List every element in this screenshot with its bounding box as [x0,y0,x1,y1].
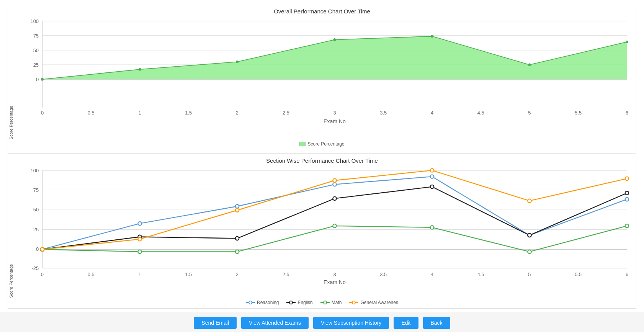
svg-point-49 [138,222,141,226]
svg-point-64 [235,250,239,254]
overall-chart-svg-wrapper: 100 75 50 25 0 [15,16,636,139]
svg-text:3: 3 [333,110,336,116]
svg-text:5.5: 5.5 [575,271,582,277]
svg-text:2.5: 2.5 [283,271,289,277]
section-chart-svg: 100 75 50 25 0 -25 [15,166,636,298]
overall-legend-label: Score Percentage [307,141,344,147]
general-legend-label: General Awarenes [360,300,398,305]
svg-point-74 [528,199,531,203]
svg-text:25: 25 [33,62,39,68]
svg-point-72 [333,179,336,183]
overall-chart-area: Score Percentage 100 [8,16,636,139]
svg-point-54 [625,198,629,201]
main-content: Overall Performance Chart Over Time Scor… [0,0,644,332]
svg-text:0: 0 [36,77,39,82]
svg-text:75: 75 [33,187,39,193]
svg-point-73 [430,168,434,172]
svg-text:1.5: 1.5 [185,271,192,277]
svg-text:Exam No: Exam No [324,118,346,124]
reasoning-legend-label: Reasoning [257,300,279,305]
svg-text:6: 6 [626,110,628,116]
section-legend-reasoning: Reasoning [246,300,279,305]
svg-point-70 [138,237,141,241]
svg-point-97 [352,301,355,304]
section-chart-svg-wrapper: 100 75 50 25 0 -25 [15,166,636,298]
overall-legend: Score Percentage [299,139,344,148]
svg-text:25: 25 [33,227,39,232]
svg-point-68 [625,224,629,228]
svg-point-65 [333,224,336,228]
svg-point-66 [430,226,434,229]
send-email-button[interactable]: Send Email [194,317,237,329]
svg-text:2: 2 [236,110,239,116]
svg-point-19 [626,41,628,43]
svg-text:1: 1 [138,271,141,277]
svg-text:50: 50 [33,207,39,213]
svg-point-52 [430,175,434,179]
svg-text:100: 100 [31,18,39,24]
svg-point-14 [138,68,141,71]
overall-y-axis-label: Score Percentage [8,16,15,139]
svg-text:5: 5 [528,271,531,277]
edit-button[interactable]: Edit [394,317,418,329]
svg-point-60 [528,234,531,237]
section-y-axis-label: Score Percentage [8,166,15,298]
svg-text:50: 50 [33,47,39,53]
back-button[interactable]: Back [423,317,450,329]
view-subscription-history-button[interactable]: View Subscription History [313,317,389,329]
reasoning-legend-icon [246,300,255,305]
svg-text:5.5: 5.5 [575,110,582,116]
svg-point-51 [333,183,336,186]
svg-point-50 [235,204,239,208]
svg-text:Exam No: Exam No [324,279,346,285]
svg-text:3.5: 3.5 [380,110,387,116]
general-legend-icon [349,300,358,305]
svg-text:3: 3 [333,271,336,277]
overall-chart-title: Overall Performance Chart Over Time [274,8,370,15]
overall-chart-svg: 100 75 50 25 0 [15,16,636,139]
svg-text:1: 1 [138,110,141,116]
math-legend-label: Math [332,300,342,305]
view-attended-exams-button[interactable]: View Attended Exams [241,317,309,329]
svg-text:5: 5 [528,110,531,116]
overall-legend-box [299,142,306,146]
svg-text:100: 100 [31,168,39,173]
svg-point-18 [528,64,531,66]
svg-text:0: 0 [36,246,39,252]
svg-point-67 [528,250,531,254]
svg-text:6: 6 [626,271,628,277]
section-chart-title: Section Wise Performance Chart Over Time [266,157,378,164]
svg-text:0.5: 0.5 [88,271,95,277]
english-legend-icon [286,300,296,305]
section-legend-english: English [286,300,312,305]
svg-point-13 [41,78,44,81]
svg-text:4: 4 [431,271,433,277]
svg-point-59 [430,185,434,189]
svg-point-16 [333,38,336,41]
svg-point-91 [249,301,252,304]
overall-chart-panel: Overall Performance Chart Over Time Scor… [8,4,636,150]
svg-text:4.5: 4.5 [477,110,484,116]
section-legend-math: Math [320,300,342,305]
svg-point-75 [625,177,629,181]
svg-point-93 [289,301,293,304]
svg-point-95 [324,301,327,304]
section-chart-area: Score Percentage [8,166,636,298]
svg-text:75: 75 [33,33,39,39]
english-legend-label: English [297,300,312,305]
svg-point-15 [236,61,239,63]
svg-text:0: 0 [41,271,44,277]
svg-point-69 [41,248,44,252]
svg-text:0.5: 0.5 [88,110,95,116]
math-legend-icon [320,300,330,305]
svg-text:4.5: 4.5 [477,271,484,277]
section-legend: Reasoning English Math [246,298,398,306]
chart-container: Overall Performance Chart Over Time Scor… [0,0,644,312]
section-legend-general: General Awarenes [349,300,398,305]
svg-point-61 [625,191,629,195]
svg-point-17 [431,35,433,38]
svg-text:-25: -25 [31,265,39,271]
section-chart-panel: Section Wise Performance Chart Over Time… [8,153,636,309]
svg-text:0: 0 [41,110,44,116]
svg-text:1.5: 1.5 [185,110,192,116]
